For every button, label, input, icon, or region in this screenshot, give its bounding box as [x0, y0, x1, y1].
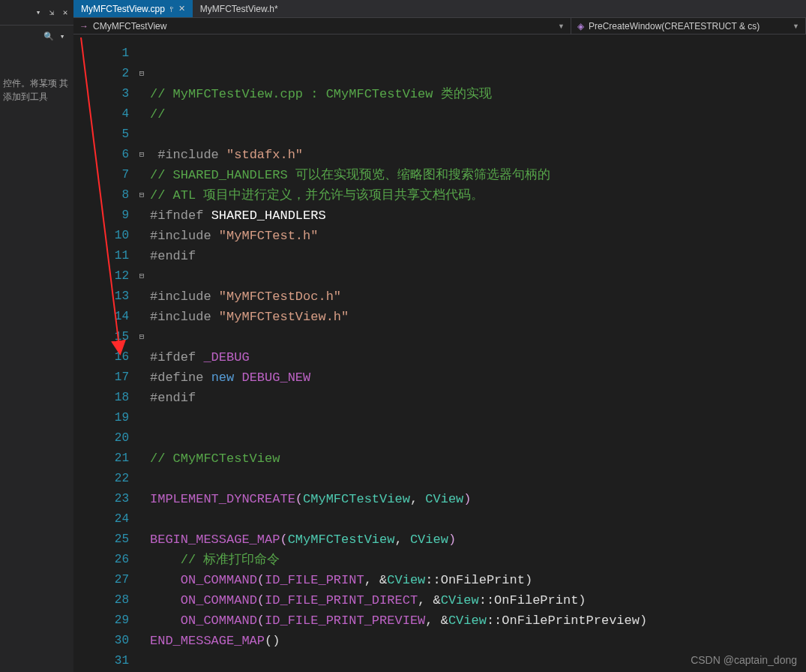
fold-toggle — [133, 165, 150, 185]
nav-scope-dropdown[interactable]: → CMyMFCTestView ▼ — [73, 18, 571, 34]
code-indent — [150, 573, 181, 587]
line-number: 4 — [73, 104, 129, 124]
line-number: 16 — [73, 347, 129, 368]
dropdown-icon[interactable]: ▾ — [57, 31, 67, 41]
line-number: 27 — [73, 570, 129, 590]
code-editor[interactable]: 1234567891011121314151617181920212223242… — [73, 34, 806, 672]
code-macro: ON_COMMAND — [181, 614, 257, 628]
nav-member-dropdown[interactable]: ◈ PreCreateWindow(CREATESTRUCT & cs) ▼ — [571, 18, 806, 34]
line-number: 28 — [73, 590, 129, 610]
fold-toggle — [133, 84, 150, 104]
close-icon[interactable]: ✕ — [178, 4, 185, 14]
fold-toggle[interactable]: ⊟ — [133, 266, 150, 286]
line-number: 3 — [73, 84, 129, 104]
code-punct: ( — [295, 492, 303, 506]
code-string: "MyMFCTestView.h" — [219, 310, 349, 324]
toolbox-search[interactable]: 🔍 ▾ — [3, 27, 70, 45]
fold-toggle — [133, 448, 150, 469]
line-number: 21 — [73, 448, 129, 469]
fold-toggle — [133, 368, 150, 388]
line-number: 2 — [73, 64, 129, 84]
code-comment: // CMyMFCTestView — [150, 452, 280, 466]
fold-toggle — [133, 469, 150, 489]
fold-toggle[interactable]: ⊟ — [133, 145, 150, 165]
line-number: 17 — [73, 368, 129, 388]
code-punct: ( — [280, 532, 287, 547]
code-macro: DEBUG_NEW — [234, 370, 310, 385]
line-number: 20 — [73, 428, 129, 448]
code-punct: () — [265, 634, 280, 648]
code-indent — [150, 614, 181, 628]
tab-label: MyMFCTestView.cpp — [81, 4, 165, 14]
code-directive: #include — [157, 148, 226, 162]
dropdown-icon[interactable]: ▾ — [33, 8, 43, 18]
line-number: 12 — [73, 266, 129, 286]
line-number: 9 — [73, 206, 129, 226]
code-punct: , & — [364, 573, 388, 587]
line-number: 13 — [73, 286, 129, 307]
line-number: 18 — [73, 388, 129, 408]
fold-toggle — [133, 610, 150, 631]
code-type: CMyMFCTestView — [288, 532, 395, 547]
search-icon[interactable]: 🔍 — [43, 31, 54, 41]
line-number: 5 — [73, 124, 129, 145]
code-punct: , — [410, 492, 425, 506]
tab-inactive[interactable]: MyMFCTestView.h* — [193, 0, 286, 17]
code-type: CView — [448, 614, 487, 628]
fold-toggle — [133, 489, 150, 509]
line-number-gutter: 1234567891011121314151617181920212223242… — [73, 34, 133, 672]
code-comment: // SHARED_HANDLERS 可以在实现预览、缩略图和搜索筛选器句柄的 — [150, 168, 550, 182]
fold-toggle[interactable]: ⊟ — [133, 327, 150, 347]
toolbox-panel: ▾ ⇲ ✕ 🔍 ▾ 控件。将某项 其添加到工具 — [0, 0, 73, 672]
tabstrip: MyMFCTestView.cpp ⫯ ✕ MyMFCTestView.h* — [73, 0, 806, 18]
fold-toggle — [133, 530, 150, 550]
line-number: 19 — [73, 408, 129, 428]
toolbox-hint-text: 控件。将某项 其添加到工具 — [0, 46, 73, 134]
fold-toggle — [133, 206, 150, 226]
fold-toggle — [133, 631, 150, 651]
editor-main: MyMFCTestView.cpp ⫯ ✕ MyMFCTestView.h* →… — [73, 0, 806, 672]
fold-toggle — [133, 408, 150, 428]
chevron-down-icon: ▼ — [793, 22, 799, 30]
fold-toggle — [133, 246, 150, 266]
code-punct: , — [394, 532, 409, 547]
code-type: CView — [387, 573, 425, 587]
fold-toggle — [133, 428, 150, 448]
line-number: 23 — [73, 489, 129, 509]
fold-toggle — [133, 226, 150, 246]
line-number: 31 — [73, 651, 129, 671]
code-macro: _DEBUG — [203, 350, 249, 364]
close-icon[interactable]: ✕ — [60, 8, 70, 18]
pin-icon[interactable]: ⇲ — [46, 8, 57, 18]
code-directive: #define — [150, 370, 211, 385]
code-directive: #ifdef — [150, 350, 203, 364]
code-directive: #endif — [150, 249, 196, 263]
code-type: CView — [410, 532, 448, 547]
line-number: 30 — [73, 631, 129, 651]
line-number: 10 — [73, 226, 129, 246]
code-area[interactable]: // MyMFCTestView.cpp : CMyMFCTestView 类的… — [150, 34, 806, 672]
code-comment: // 标准打印命令 — [150, 553, 280, 567]
toolbox-header: ▾ ⇲ ✕ — [0, 0, 73, 26]
line-number: 29 — [73, 610, 129, 631]
line-number: 15 — [73, 327, 129, 347]
code-macro: ON_COMMAND — [181, 573, 257, 587]
fold-gutter[interactable]: ⊟⊟⊟⊟⊟ — [133, 34, 150, 672]
tab-active[interactable]: MyMFCTestView.cpp ⫯ ✕ — [73, 0, 193, 17]
fold-toggle[interactable]: ⊟ — [133, 185, 150, 206]
code-macro: BEGIN_MESSAGE_MAP — [150, 532, 280, 547]
code-type: CMyMFCTestView — [326, 87, 433, 101]
code-type: CMyMFCTestView — [303, 492, 410, 506]
code-punct: , & — [418, 593, 441, 608]
code-indent — [150, 593, 181, 608]
line-number: 1 — [73, 44, 129, 64]
code-type: CView — [441, 593, 479, 608]
pin-icon[interactable]: ⫯ — [169, 4, 174, 14]
code-macro: ID_FILE_PRINT — [265, 573, 364, 587]
code-string: "MyMFCTest.h" — [219, 229, 319, 243]
code-text: ::OnFilePrint) — [479, 593, 586, 608]
code-punct: ( — [257, 614, 265, 628]
code-macro: IMPLEMENT_DYNCREATE — [150, 492, 295, 506]
code-comment: 类的实现 — [433, 87, 491, 101]
fold-toggle[interactable]: ⊟ — [133, 64, 150, 84]
